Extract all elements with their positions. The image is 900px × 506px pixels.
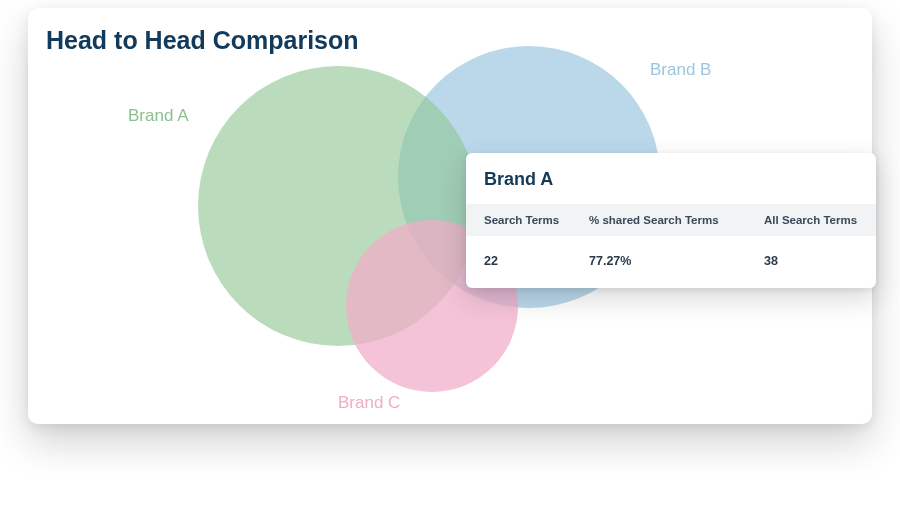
- header-pct-shared: % shared Search Terms: [589, 214, 764, 226]
- detail-tooltip: Brand A Search Terms % shared Search Ter…: [466, 153, 876, 288]
- tooltip-header-row: Search Terms % shared Search Terms All S…: [466, 204, 876, 236]
- tooltip-title: Brand A: [466, 153, 876, 204]
- comparison-card: Head to Head Comparison Brand A Brand B …: [28, 8, 872, 424]
- venn-label-brand-a: Brand A: [128, 106, 189, 126]
- value-pct-shared: 77.27%: [589, 254, 764, 268]
- value-search-terms: 22: [484, 254, 589, 268]
- header-search-terms: Search Terms: [484, 214, 589, 226]
- tooltip-data-row: 22 77.27% 38: [466, 236, 876, 288]
- value-all-search-terms: 38: [764, 254, 858, 268]
- venn-label-brand-c: Brand C: [338, 393, 400, 413]
- venn-label-brand-b: Brand B: [650, 60, 711, 80]
- header-all-search-terms: All Search Terms: [764, 214, 858, 226]
